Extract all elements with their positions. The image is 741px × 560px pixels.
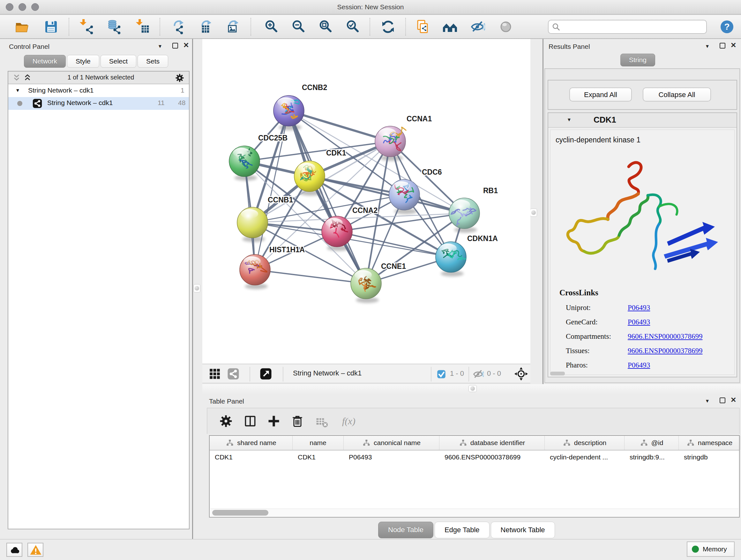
- show-all-icon[interactable]: [498, 19, 514, 35]
- table-hscrollbar-thumb[interactable]: [212, 510, 268, 516]
- tab-node-table[interactable]: Node Table: [378, 522, 433, 538]
- column-header-namespace[interactable]: namespace: [679, 436, 740, 450]
- edge-CCNB2-CCNA1[interactable]: [289, 111, 390, 141]
- copy-style-icon[interactable]: [415, 19, 430, 35]
- save-session-icon[interactable]: [44, 19, 59, 35]
- expand-all-icon[interactable]: [23, 73, 32, 82]
- control-panel-float-icon[interactable]: [172, 43, 178, 49]
- search-box[interactable]: [548, 20, 707, 34]
- crosslink-value-link[interactable]: P06493: [628, 318, 650, 326]
- hide-selected-icon[interactable]: [470, 19, 485, 35]
- open-session-icon[interactable]: [15, 19, 30, 35]
- shared-column-icon: [640, 439, 648, 447]
- open-view-icon[interactable]: [259, 367, 273, 381]
- table-add-icon[interactable]: [267, 414, 281, 428]
- export-image-icon[interactable]: [225, 19, 241, 35]
- crosslink-value-link[interactable]: 9606.ENSP00000378699: [628, 332, 703, 341]
- tab-network[interactable]: Network: [24, 55, 66, 68]
- right-splitter-handle[interactable]: [530, 208, 537, 217]
- collapse-all-button[interactable]: Collapse All: [643, 87, 711, 102]
- crosslinks-title: CrossLinks: [559, 288, 598, 297]
- results-panel-float-icon[interactable]: [720, 43, 725, 49]
- tree-options-gear-icon[interactable]: [175, 73, 185, 83]
- table-columns-icon[interactable]: [243, 414, 257, 428]
- expand-all-button[interactable]: Expand All: [569, 87, 632, 102]
- first-neighbors-icon[interactable]: [442, 19, 458, 35]
- node-CDC25B[interactable]: [229, 146, 260, 177]
- tree-row-network[interactable]: String Network – cdk1 11 48: [8, 97, 189, 110]
- edge-HIST1H1A-CCNE1[interactable]: [255, 270, 366, 284]
- shared-column-icon: [362, 439, 370, 447]
- left-splitter-handle[interactable]: [193, 284, 200, 293]
- export-network-icon[interactable]: [171, 19, 186, 35]
- crosslink-value-link[interactable]: P06493: [628, 304, 650, 312]
- node-CCNB1[interactable]: [237, 207, 268, 238]
- zoom-in-icon[interactable]: [264, 19, 279, 35]
- column-header-databaseidentifier[interactable]: database identifier: [440, 436, 545, 450]
- tab-string[interactable]: String: [620, 54, 655, 66]
- gene-section-header[interactable]: ▼ CDK1: [548, 113, 737, 128]
- control-panel-close-icon[interactable]: ✕: [183, 41, 189, 50]
- import-network-file-icon[interactable]: [79, 19, 94, 35]
- table-gear-icon[interactable]: [219, 414, 233, 428]
- tree-row-collection[interactable]: ▼ String Network – cdk1 1: [8, 85, 189, 97]
- tab-sets[interactable]: Sets: [138, 55, 168, 68]
- network-share-icon[interactable]: [226, 367, 240, 381]
- table-cell: CDK1: [210, 450, 293, 464]
- tree-expand-triangle-icon[interactable]: ▼: [15, 87, 20, 93]
- zoom-selected-icon[interactable]: [345, 19, 360, 35]
- selected-checkbox-icon[interactable]: [436, 369, 447, 380]
- node-CCNE1[interactable]: [351, 268, 381, 299]
- cloud-button[interactable]: [6, 543, 22, 557]
- results-buttons-box: Expand All Collapse All: [548, 80, 737, 110]
- export-table-icon[interactable]: [198, 19, 213, 35]
- column-header-sharedname[interactable]: shared name: [210, 436, 293, 450]
- node-CDK1[interactable]: [294, 161, 325, 192]
- node-RB1[interactable]: [449, 198, 480, 229]
- tab-network-table[interactable]: Network Table: [491, 522, 555, 538]
- zoom-out-icon[interactable]: [291, 19, 306, 35]
- column-header-description[interactable]: description: [545, 436, 624, 450]
- results-panel-close-icon[interactable]: ✕: [731, 41, 736, 50]
- crosshair-icon[interactable]: [514, 367, 529, 381]
- network-canvas[interactable]: CCNB2CCNA1CDC25BCDK1CDC6RB1CCNB1CCNA2CDK…: [202, 39, 530, 364]
- node-CCNA1[interactable]: [375, 126, 406, 157]
- results-hscrollbar-thumb[interactable]: [550, 372, 565, 375]
- results-panel-collapse-icon[interactable]: ▼: [705, 44, 710, 49]
- tab-select[interactable]: Select: [100, 55, 136, 68]
- node-label-CDK1: CDK1: [326, 149, 346, 157]
- apply-layout-icon[interactable]: [381, 19, 396, 35]
- column-header-id[interactable]: @id: [624, 436, 679, 450]
- table-row[interactable]: CDK1CDK1P064939606.ENSP00000378699cyclin…: [210, 450, 739, 464]
- zoom-fit-icon[interactable]: [318, 19, 333, 35]
- column-header-name[interactable]: name: [293, 436, 344, 450]
- collapse-all-icon[interactable]: [12, 73, 21, 82]
- import-network-database-icon[interactable]: [107, 19, 122, 35]
- node-CDC6[interactable]: [389, 179, 420, 210]
- edge-CCNB2-CCNE1[interactable]: [289, 111, 366, 284]
- table-panel-collapse-icon[interactable]: ▼: [705, 398, 710, 403]
- memory-button[interactable]: Memory: [687, 542, 735, 557]
- tab-edge-table[interactable]: Edge Table: [434, 522, 489, 538]
- crosslink-value-link[interactable]: P06493: [628, 361, 650, 369]
- node-HIST1H1A[interactable]: [240, 254, 270, 285]
- grid-view-icon[interactable]: [208, 367, 221, 381]
- table-panel-float-icon[interactable]: [720, 397, 725, 403]
- horizontal-splitter-handle[interactable]: [468, 385, 477, 392]
- table-panel-close-icon[interactable]: ✕: [731, 396, 736, 404]
- warnings-button[interactable]: [27, 543, 44, 557]
- import-table-icon[interactable]: [135, 19, 151, 35]
- crosslink-value-link[interactable]: 9606.ENSP00000378699: [628, 347, 703, 355]
- help-icon[interactable]: [719, 19, 735, 35]
- gene-collapse-triangle-icon[interactable]: ▼: [567, 117, 571, 122]
- node-CCNB2[interactable]: [273, 96, 304, 126]
- table-delete-icon[interactable]: [290, 414, 305, 428]
- column-header-canonicalname[interactable]: canonical name: [344, 436, 440, 450]
- hidden-eye-icon[interactable]: [472, 368, 484, 380]
- control-panel-collapse-icon[interactable]: ▼: [158, 44, 162, 49]
- search-input[interactable]: [563, 21, 704, 33]
- node-CCNA2[interactable]: [322, 216, 352, 247]
- shared-column-icon: [459, 439, 467, 447]
- tab-style[interactable]: Style: [67, 55, 99, 68]
- node-CDKN1A[interactable]: [435, 242, 466, 272]
